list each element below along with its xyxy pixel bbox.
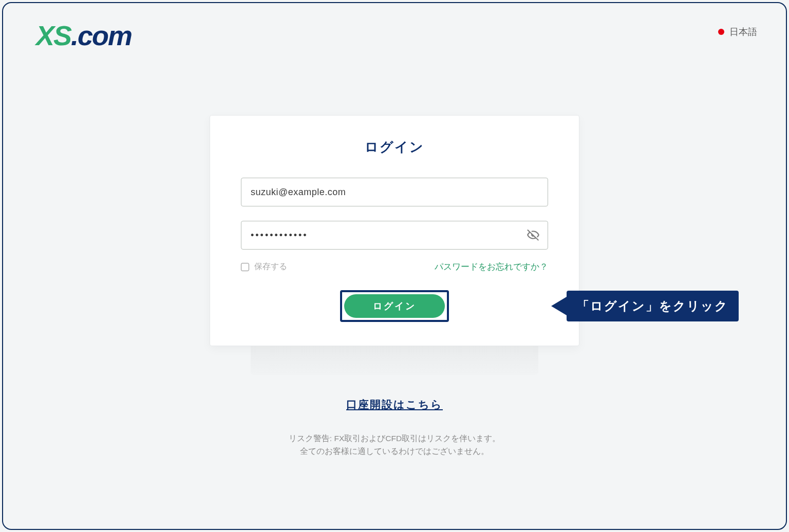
callout-arrow-icon — [551, 297, 567, 315]
password-field-wrap — [241, 221, 548, 250]
forgot-password-link[interactable]: パスワードをお忘れですか？ — [435, 261, 548, 273]
login-highlight-box: ログイン — [340, 290, 449, 322]
email-field-wrap — [241, 178, 548, 206]
callout-wrap: 「ログイン」をクリック — [551, 291, 739, 321]
login-button[interactable]: ログイン — [344, 294, 445, 318]
options-row: 保存する パスワードをお忘れですか？ — [241, 261, 548, 273]
remember-label: 保存する — [254, 261, 287, 272]
risk-line-1: リスク警告: FX取引およびCFD取引はリスクを伴います。 — [3, 432, 786, 445]
eye-off-icon[interactable] — [527, 229, 540, 242]
japan-flag-icon — [718, 29, 724, 35]
logo[interactable]: XS.com — [36, 22, 132, 49]
checkbox-icon — [241, 263, 249, 271]
email-field[interactable] — [241, 178, 548, 206]
card-shadow — [251, 346, 538, 375]
remember-checkbox[interactable]: 保存する — [241, 261, 287, 272]
logo-text-com: .com — [71, 22, 132, 49]
language-selector[interactable]: 日本語 — [718, 26, 757, 38]
login-button-wrap: ログイン 「ログイン」をクリック — [241, 290, 548, 322]
callout-box: 「ログイン」をクリック — [567, 291, 739, 321]
signup-wrap: 口座開設はこちら — [3, 397, 786, 412]
login-title: ログイン — [241, 138, 548, 156]
password-field[interactable] — [241, 221, 548, 250]
risk-line-2: 全てのお客様に適しているわけではございません。 — [3, 445, 786, 458]
logo-text-xs: XS — [36, 22, 71, 49]
app-frame: XS.com 日本語 ログイン 保存する パスワードをお忘れですか？ — [2, 2, 787, 530]
risk-warning: リスク警告: FX取引およびCFD取引はリスクを伴います。 全てのお客様に適して… — [3, 432, 786, 458]
language-label: 日本語 — [729, 26, 757, 38]
signup-link[interactable]: 口座開設はこちら — [346, 398, 443, 410]
header: XS.com 日本語 — [3, 3, 786, 49]
login-card: ログイン 保存する パスワードをお忘れですか？ ログイン 「ログイン」をクリック — [210, 115, 579, 346]
